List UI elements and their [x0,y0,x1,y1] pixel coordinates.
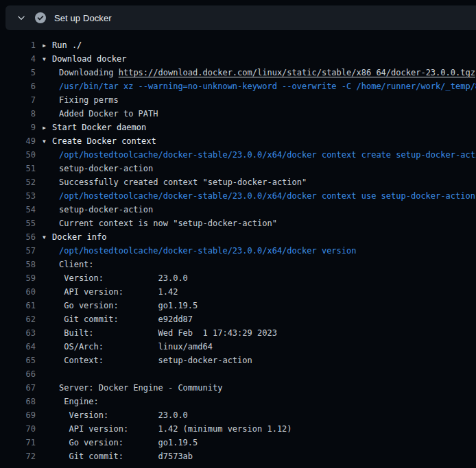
log-group-row[interactable]: 56▼Docker info [0,230,476,244]
log-group-row[interactable]: 9▶Start Docker daemon [0,121,476,134]
line-number[interactable]: 51 [0,162,36,175]
log-line: 8Added Docker to PATH [0,107,476,121]
log-line-text: ▶Run ./ [43,38,476,52]
triangle-right-icon[interactable]: ▶ [43,39,52,52]
log-line-text: Git commit: e92dd87 [43,312,476,326]
line-number[interactable]: 5 [0,66,36,79]
log-line: 72 Git commit: d7573ab [0,449,476,463]
log-line-text: Server: Docker Engine - Community [43,381,476,395]
triangle-down-icon[interactable]: ▼ [43,53,52,66]
line-number[interactable]: 6 [0,79,36,93]
log-group-row[interactable]: 1▶Run ./ [0,38,476,52]
log-text-segment: Downloading [59,68,119,77]
log-line-text: Engine: [43,395,476,408]
line-number[interactable]: 7 [0,93,36,107]
log-line-text: ▼Download docker [43,52,476,66]
log-line: 64 OS/Arch: linux/amd64 [0,340,476,354]
triangle-right-icon[interactable]: ▶ [43,121,52,134]
line-number[interactable]: 67 [0,381,36,395]
log-line: 70 API version: 1.42 (minimum version 1.… [0,422,476,436]
log-line-text: Fixing perms [43,93,476,107]
log-line: 59 Version: 23.0.0 [0,271,476,285]
log-line: 61 Go version: go1.19.5 [0,299,476,312]
log-line: 58Client: [0,258,476,271]
chevron-down-icon[interactable] [16,13,26,23]
line-number[interactable]: 68 [0,395,36,408]
log-line: 63 Built: Wed Feb 1 17:43:29 2023 [0,326,476,340]
line-number[interactable]: 65 [0,354,36,367]
group-label: Run ./ [52,40,82,50]
log-line-text: ▼Docker info [43,230,476,244]
triangle-down-icon[interactable]: ▼ [43,231,52,244]
log-line: 71 Go version: go1.19.5 [0,436,476,449]
download-url-link[interactable]: https://download.docker.com/linux/static… [119,68,475,77]
line-number[interactable]: 59 [0,271,36,285]
log-line-text: API version: 1.42 [43,285,476,299]
log-viewer: 1▶Run ./4▼Download docker5Downloading ht… [0,30,476,463]
log-line-text: Go version: go1.19.5 [43,299,476,312]
line-number[interactable]: 64 [0,340,36,354]
line-number[interactable]: 58 [0,258,36,271]
log-line-text: Built: Wed Feb 1 17:43:29 2023 [43,326,476,340]
step-title: Set up Docker [54,13,112,23]
triangle-down-icon[interactable]: ▼ [43,135,52,148]
log-line: 53/opt/hostedtoolcache/docker-stable/23.… [0,189,476,203]
line-number[interactable]: 60 [0,285,36,299]
log-line-text: Context: setup-docker-action [43,354,476,367]
log-line-text: /opt/hostedtoolcache/docker-stable/23.0.… [43,148,476,162]
line-number[interactable]: 53 [0,189,36,203]
line-number[interactable]: 70 [0,422,36,436]
log-line-text: /opt/hostedtoolcache/docker-stable/23.0.… [43,244,476,258]
log-line: 7Fixing perms [0,93,476,107]
log-group-row[interactable]: 49▼Create Docker context [0,134,476,148]
line-number[interactable]: 4 [0,52,36,66]
line-number[interactable]: 62 [0,312,36,326]
line-number[interactable]: 69 [0,408,36,422]
log-line-text: Client: [43,258,476,271]
log-line-text: /opt/hostedtoolcache/docker-stable/23.0.… [43,189,476,203]
line-number[interactable]: 54 [0,203,36,217]
log-line-text: Git commit: d7573ab [43,449,476,463]
group-label: Download docker [52,54,126,64]
log-line-text: Added Docker to PATH [43,107,476,121]
line-number[interactable]: 57 [0,244,36,258]
log-line: 51setup-docker-action [0,162,476,175]
line-number[interactable]: 55 [0,217,36,230]
log-line-text: Successfully created context "setup-dock… [43,175,476,189]
log-line: 62 Git commit: e92dd87 [0,312,476,326]
log-line-text: Current context is now "setup-docker-act… [43,217,476,230]
check-circle-icon [35,12,46,23]
log-line: 6/usr/bin/tar xz --warning=no-unknown-ke… [0,79,476,93]
line-number[interactable]: 71 [0,436,36,449]
log-line: 55Current context is now "setup-docker-a… [0,217,476,230]
log-line: 50/opt/hostedtoolcache/docker-stable/23.… [0,148,476,162]
log-line-text: OS/Arch: linux/amd64 [43,340,476,354]
log-line: 66 [0,367,476,381]
log-line-text: setup-docker-action [43,203,476,217]
line-number[interactable]: 50 [0,148,36,162]
log-line-text [43,367,476,381]
step-header[interactable]: Set up Docker [5,5,476,30]
log-line: 65 Context: setup-docker-action [0,354,476,367]
line-number[interactable]: 56 [0,230,36,244]
line-number[interactable]: 63 [0,326,36,340]
line-number[interactable]: 72 [0,449,36,463]
log-line: 54setup-docker-action [0,203,476,217]
log-line: 60 API version: 1.42 [0,285,476,299]
log-line-text: Version: 23.0.0 [43,271,476,285]
line-number[interactable]: 1 [0,38,36,52]
log-line: 57/opt/hostedtoolcache/docker-stable/23.… [0,244,476,258]
line-number[interactable]: 66 [0,367,36,381]
log-line: 68 Engine: [0,395,476,408]
log-line-text: ▼Create Docker context [43,134,476,148]
line-number[interactable]: 52 [0,175,36,189]
line-number[interactable]: 61 [0,299,36,312]
line-number[interactable]: 9 [0,121,36,134]
group-label: Start Docker daemon [52,123,146,132]
log-line-text: API version: 1.42 (minimum version 1.12) [43,422,476,436]
log-group-row[interactable]: 4▼Download docker [0,52,476,66]
line-number[interactable]: 49 [0,134,36,148]
log-line-text: Go version: go1.19.5 [43,436,476,449]
group-label: Docker info [52,232,106,242]
line-number[interactable]: 8 [0,107,36,121]
